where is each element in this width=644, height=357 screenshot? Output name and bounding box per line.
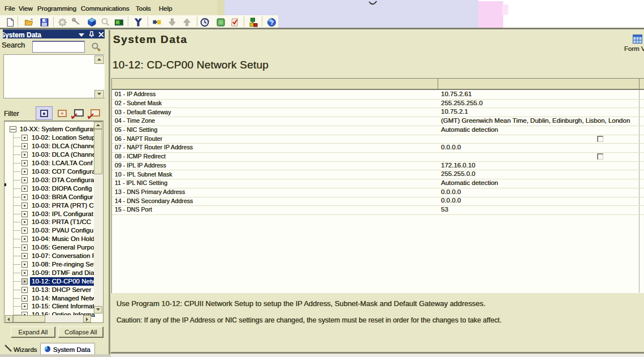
- svg-text:?: ?: [270, 19, 274, 26]
